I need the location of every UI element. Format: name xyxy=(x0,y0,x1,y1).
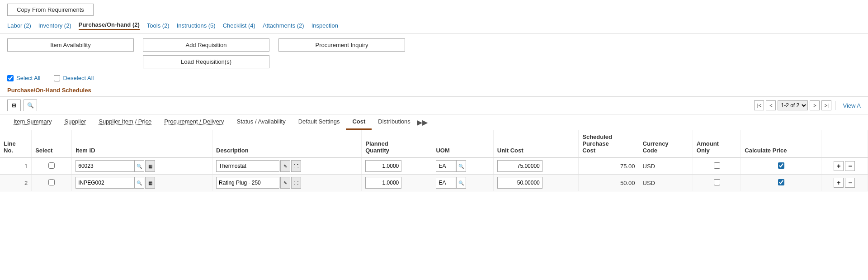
unit-cost-input-row-2[interactable] xyxy=(497,177,542,189)
sub-tab-cost[interactable]: Cost xyxy=(346,114,372,130)
item-id-grid-btn-row-1[interactable]: ▦ xyxy=(145,160,155,172)
unit-cost-input-row-1[interactable] xyxy=(497,160,542,172)
sub-tab-supplier[interactable]: Supplier xyxy=(58,114,93,130)
calculate-price-checkbox-row-1[interactable] xyxy=(778,162,784,169)
toolbar-left: ⊞ 🔍 xyxy=(7,100,37,111)
cell-planned-qty-1 xyxy=(362,157,432,175)
select-all-item: Select All xyxy=(7,75,40,81)
description-expand-btn-row-2[interactable]: ⛶ xyxy=(291,177,301,189)
select-row: Select All Deselect All xyxy=(0,73,868,85)
cell-description-1: ✎⛶ xyxy=(212,157,362,175)
cell-calculate-price-2 xyxy=(741,175,821,191)
search-icon: 🔍 xyxy=(458,164,464,169)
item-id-search-btn-row-2[interactable]: 🔍 xyxy=(134,177,144,189)
view-all-link[interactable]: View A xyxy=(843,102,861,109)
col-header-scheduled-purchase-cost: ScheduledPurchaseCost xyxy=(579,130,639,157)
col-header-calculate-price: Calculate Price xyxy=(741,130,821,157)
select-all-checkbox[interactable] xyxy=(7,75,14,81)
remove-row-btn-1[interactable]: − xyxy=(845,161,855,171)
tabs-bar: Labor (2) Inventory (2) Purchase/On-hand… xyxy=(0,19,868,34)
cell-line-no-2: 2 xyxy=(0,175,32,191)
description-edit-btn-row-1[interactable]: ✎ xyxy=(280,160,290,172)
item-id-input-row-2[interactable] xyxy=(75,177,134,189)
tab-inspection[interactable]: Inspection xyxy=(311,22,338,29)
sub-tab-status-availability[interactable]: Status / Availability xyxy=(230,114,292,130)
procurement-inquiry-button[interactable]: Procurement Inquiry xyxy=(278,38,405,52)
sub-tab-supplier-item-price[interactable]: Supplier Item / Price xyxy=(92,114,158,130)
last-page-button[interactable]: >| xyxy=(821,100,831,110)
tab-instructions[interactable]: Instructions (5) xyxy=(177,22,216,29)
search-filter-button[interactable]: 🔍 xyxy=(24,100,37,111)
cell-scheduled-purchase-cost-1: 75.00 xyxy=(579,157,639,175)
amount-only-checkbox-row-1[interactable] xyxy=(714,162,720,169)
item-id-input-row-1[interactable] xyxy=(75,160,134,172)
tab-labor[interactable]: Labor (2) xyxy=(7,22,31,29)
select-checkbox-row-2[interactable] xyxy=(48,179,55,185)
amount-only-checkbox-row-2[interactable] xyxy=(714,179,720,185)
uom-search-btn-row-1[interactable]: 🔍 xyxy=(456,160,466,172)
first-page-button[interactable]: |< xyxy=(754,100,764,110)
uom-input-row-2[interactable] xyxy=(436,177,456,189)
add-requisition-button[interactable]: Add Requisition xyxy=(143,38,269,52)
select-checkbox-row-1[interactable] xyxy=(48,162,55,169)
deselect-all-item: Deselect All xyxy=(54,75,94,81)
description-input-row-2[interactable] xyxy=(216,177,279,189)
description-edit-btn-row-2[interactable]: ✎ xyxy=(280,177,290,189)
item-id-grid-btn-row-2[interactable]: ▦ xyxy=(145,177,155,189)
cell-scheduled-purchase-cost-2: 50.00 xyxy=(579,175,639,191)
grid-view-button[interactable]: ⊞ xyxy=(7,100,21,111)
next-page-button[interactable]: > xyxy=(810,100,820,110)
sub-tab-default-settings[interactable]: Default Settings xyxy=(292,114,346,130)
deselect-all-label[interactable]: Deselect All xyxy=(63,75,94,81)
cell-amount-only-1 xyxy=(693,157,741,175)
tab-purchase-onhand[interactable]: Purchase/On-hand (2) xyxy=(79,21,140,30)
toolbar-right: |< < 1-2 of 2 > >| View A xyxy=(754,100,861,110)
action-buttons-area: Item Availability Add Requisition Load R… xyxy=(0,34,868,73)
remove-row-btn-2[interactable]: − xyxy=(845,178,855,188)
sub-tab-procurement-delivery[interactable]: Procurement / Delivery xyxy=(158,114,230,130)
calculate-price-checkbox-row-2[interactable] xyxy=(778,179,784,185)
select-all-label[interactable]: Select All xyxy=(16,75,40,81)
description-expand-btn-row-1[interactable]: ⛶ xyxy=(291,160,301,172)
prev-page-button[interactable]: < xyxy=(766,100,776,110)
more-columns-button[interactable]: ▶▶ xyxy=(417,114,428,130)
uom-input-row-1[interactable] xyxy=(436,160,456,172)
left-action-col: Item Availability xyxy=(7,38,134,52)
sub-tab-distributions[interactable]: Distributions xyxy=(372,114,417,130)
table-toolbar: ⊞ 🔍 |< < 1-2 of 2 > >| View A xyxy=(0,97,868,114)
planned-qty-input-row-1[interactable] xyxy=(365,160,401,172)
grid-view-icon: ⊞ xyxy=(12,102,16,109)
tab-attachments[interactable]: Attachments (2) xyxy=(263,22,304,29)
plus-icon: + xyxy=(837,162,840,170)
planned-qty-input-row-2[interactable] xyxy=(365,177,401,189)
load-requisitions-button[interactable]: Load Requisition(s) xyxy=(143,55,269,68)
cell-amount-only-2 xyxy=(693,175,741,191)
table-row: 2🔍▦✎⛶🔍50.00USD+− xyxy=(0,175,868,191)
tab-inventory[interactable]: Inventory (2) xyxy=(38,22,71,29)
col-header-currency-code: CurrencyCode xyxy=(639,130,693,157)
sub-tab-item-summary[interactable]: Item Summary xyxy=(7,114,58,130)
expand-icon: ⛶ xyxy=(294,164,298,169)
item-id-search-btn-row-1[interactable]: 🔍 xyxy=(134,160,144,172)
right-action-col: Procurement Inquiry xyxy=(278,38,405,52)
page-range-select[interactable]: 1-2 of 2 xyxy=(778,100,808,110)
deselect-all-checkbox[interactable] xyxy=(54,75,60,81)
add-row-btn-1[interactable]: + xyxy=(834,161,844,171)
search-icon: 🔍 xyxy=(137,180,142,185)
uom-search-btn-row-2[interactable]: 🔍 xyxy=(456,177,466,189)
description-input-row-1[interactable] xyxy=(216,160,279,172)
edit-icon: ✎ xyxy=(283,164,287,169)
col-header-select: Select xyxy=(32,130,72,157)
item-availability-button[interactable]: Item Availability xyxy=(7,38,134,52)
sub-tabs: Item Summary Supplier Supplier Item / Pr… xyxy=(0,114,868,130)
tab-tools[interactable]: Tools (2) xyxy=(147,22,170,29)
tab-checklist[interactable]: Checklist (4) xyxy=(223,22,255,29)
col-header-item-id: Item ID xyxy=(72,130,212,157)
grid-icon: ▦ xyxy=(148,164,152,169)
section-title: Purchase/On-Hand Schedules xyxy=(0,85,868,97)
add-row-btn-2[interactable]: + xyxy=(834,178,844,188)
search-filter-icon: 🔍 xyxy=(27,102,34,109)
cell-currency-code-1: USD xyxy=(639,157,693,175)
copy-from-requirements-button[interactable]: Copy From Requirements xyxy=(7,4,94,16)
grid-icon: ▦ xyxy=(148,180,152,185)
